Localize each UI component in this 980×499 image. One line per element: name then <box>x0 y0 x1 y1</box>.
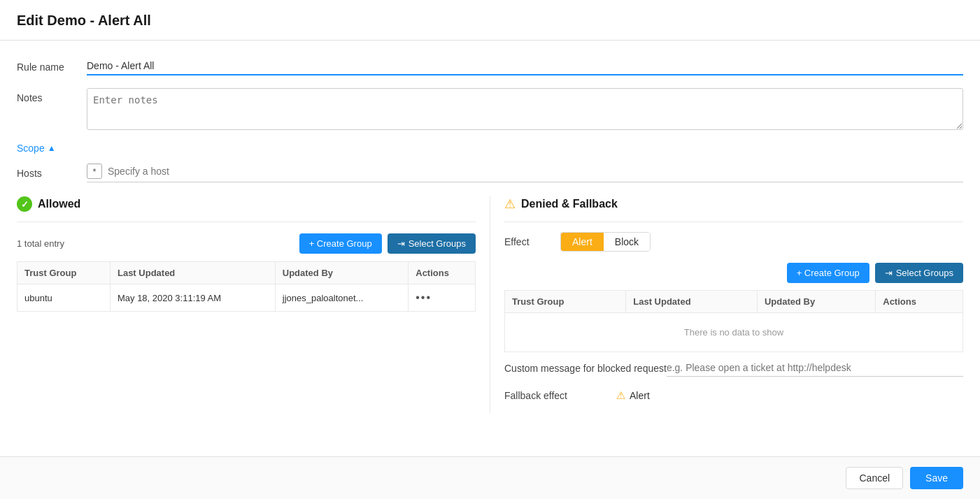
scope-chevron-icon: ▲ <box>48 143 56 153</box>
denied-table: Trust Group Last Updated Updated By Acti… <box>504 290 963 352</box>
allowed-select-groups-button[interactable]: ⇥ Select Groups <box>388 233 476 254</box>
denied-col-updated-by: Updated By <box>757 291 875 313</box>
hosts-label: Hosts <box>17 168 87 179</box>
allowed-total-entry: 1 total entry <box>17 238 64 249</box>
denied-col-last-updated: Last Updated <box>626 291 758 313</box>
denied-col-trust-group: Trust Group <box>505 291 626 313</box>
allowed-row-trust-group: ubuntu <box>17 284 111 312</box>
denied-panel-title: Denied & Fallback <box>521 198 618 210</box>
fallback-effect-text: Alert <box>630 390 650 401</box>
page-footer: Cancel Save <box>0 456 980 499</box>
rule-name-label: Rule name <box>17 57 87 73</box>
allowed-create-group-button[interactable]: + Create Group <box>299 233 382 254</box>
allowed-panel-header: Allowed <box>17 196 476 222</box>
allowed-col-actions: Actions <box>409 262 476 284</box>
allowed-col-updated-by: Updated By <box>275 262 408 284</box>
denied-table-header-row: Trust Group Last Updated Updated By Acti… <box>505 291 963 313</box>
denied-no-data-row: There is no data to show <box>505 313 963 352</box>
warning-icon: ⚠ <box>504 196 516 212</box>
actions-dots-icon[interactable]: ••• <box>416 291 432 303</box>
denied-panel-header: ⚠ Denied & Fallback <box>504 196 963 222</box>
denied-btn-group: + Create Group ⇥ Select Groups <box>787 263 963 283</box>
notes-row: Notes <box>17 88 963 130</box>
rule-name-row: Rule name <box>17 57 963 75</box>
notes-label: Notes <box>17 88 87 103</box>
allowed-panel: Allowed 1 total entry + Create Group ⇥ S… <box>17 196 490 413</box>
scope-toggle[interactable]: Scope ▲ <box>17 143 56 154</box>
custom-msg-row: Custom message for blocked request <box>504 359 963 377</box>
page-header: Edit Demo - Alert All <box>0 0 980 41</box>
effect-label: Effect <box>504 236 560 247</box>
fallback-row: Fallback effect ⚠ Alert <box>504 389 963 402</box>
allowed-table: Trust Group Last Updated Updated By Acti… <box>17 261 476 312</box>
denied-select-groups-button[interactable]: ⇥ Select Groups <box>875 263 963 283</box>
effect-row: Effect Alert Block <box>504 232 963 252</box>
custom-msg-input[interactable] <box>667 359 963 377</box>
allowed-row-last-updated: May 18, 2020 3:11:19 AM <box>110 284 275 312</box>
panels-row: Allowed 1 total entry + Create Group ⇥ S… <box>17 196 963 413</box>
scope-label: Scope <box>17 143 45 154</box>
allowed-col-last-updated: Last Updated <box>110 262 275 284</box>
page-body: Rule name Notes Scope ▲ Hosts * <box>0 41 980 456</box>
custom-msg-label: Custom message for blocked request <box>504 359 667 376</box>
allowed-col-trust-group: Trust Group <box>17 262 111 284</box>
denied-col-actions: Actions <box>876 291 963 313</box>
allowed-panel-title: Allowed <box>38 198 80 210</box>
select-groups-icon: ⇥ <box>397 238 405 249</box>
allowed-row-actions[interactable]: ••• <box>409 284 476 312</box>
hosts-input-wrap: * <box>87 164 963 182</box>
cancel-button[interactable]: Cancel <box>846 467 903 489</box>
rule-name-input[interactable] <box>87 57 963 75</box>
notes-textarea[interactable] <box>87 88 963 130</box>
scope-row: Scope ▲ <box>17 143 963 154</box>
allowed-check-icon <box>17 196 32 212</box>
save-button[interactable]: Save <box>910 467 963 489</box>
denied-panel: ⚠ Denied & Fallback Effect Alert Block +… <box>490 196 963 413</box>
page-title: Edit Demo - Alert All <box>17 13 963 29</box>
fallback-value: ⚠ Alert <box>616 389 650 402</box>
hosts-input[interactable] <box>108 166 963 177</box>
allowed-row-updated-by: jjones_paloaltonet... <box>275 284 408 312</box>
effect-toggle: Alert Block <box>560 232 651 252</box>
fallback-label: Fallback effect <box>504 390 616 401</box>
table-row: ubuntu May 18, 2020 3:11:19 AM jjones_pa… <box>17 284 476 312</box>
denied-select-groups-icon: ⇥ <box>885 268 893 278</box>
page-wrapper: Edit Demo - Alert All Rule name Notes Sc… <box>0 0 980 499</box>
fallback-warning-icon: ⚠ <box>616 389 625 402</box>
denied-create-group-button[interactable]: + Create Group <box>787 263 869 283</box>
allowed-btn-group: + Create Group ⇥ Select Groups <box>299 233 476 254</box>
effect-block-button[interactable]: Block <box>604 233 650 251</box>
denied-table-actions: + Create Group ⇥ Select Groups <box>504 263 963 283</box>
hosts-wildcard: * <box>87 164 102 179</box>
effect-alert-button[interactable]: Alert <box>561 233 604 251</box>
allowed-table-actions: 1 total entry + Create Group ⇥ Select Gr… <box>17 232 476 254</box>
hosts-row: Hosts * <box>17 164 963 182</box>
denied-no-data-cell: There is no data to show <box>505 313 963 352</box>
allowed-table-header-row: Trust Group Last Updated Updated By Acti… <box>17 262 476 284</box>
